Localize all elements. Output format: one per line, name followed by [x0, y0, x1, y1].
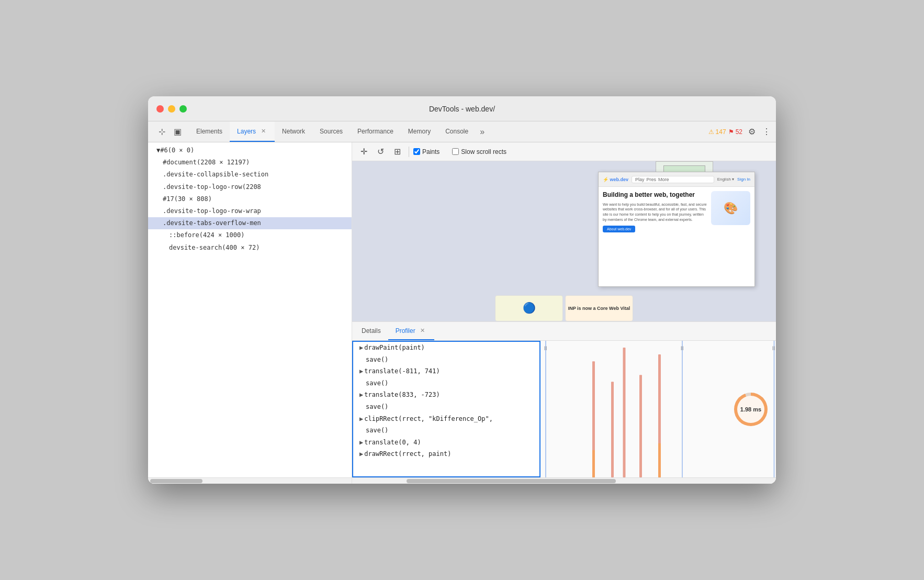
tab-profiler[interactable]: Profiler ✕: [388, 322, 434, 340]
list-item[interactable]: .devsite-tabs-overflow-men: [148, 217, 352, 229]
svg-text:⏸: ⏸: [771, 345, 776, 351]
preview-signin: Sign In: [737, 177, 750, 182]
svg-rect-7: [611, 382, 614, 477]
layer-label: .devsite-tabs-overflow-men: [163, 219, 261, 227]
preview-heading: Building a better web, together: [603, 191, 708, 199]
main-tabbar: ⊹ ▣ Elements Layers ✕ Network Sources Pe…: [148, 121, 776, 142]
device-icon[interactable]: ▣: [170, 125, 185, 139]
tab-right-actions: ⚠ 147 ⚑ 52 ⚙ ⋮: [708, 121, 776, 142]
list-item[interactable]: ▼#6(0 × 0): [148, 144, 352, 157]
list-item[interactable]: .devsite-top-logo-row(2208: [148, 181, 352, 193]
move-tool-button[interactable]: ✛: [356, 144, 371, 159]
tab-details[interactable]: Details: [354, 322, 388, 340]
tab-network[interactable]: Network: [275, 121, 312, 142]
list-item[interactable]: .devsite-collapsible-section: [148, 169, 352, 181]
list-item[interactable]: .devsite-top-logo-row-wrap: [148, 205, 352, 217]
bottom-panel: Details Profiler ✕ ▶drawPaint(paint): [352, 321, 776, 484]
layer-label: devsite-search(400 × 72): [169, 244, 260, 251]
paints-checkbox[interactable]: [413, 148, 420, 155]
layer-label: #document(2208 × 12197): [163, 159, 250, 166]
code-tree[interactable]: ▶drawPaint(paint) save() ▶translate(-811…: [352, 341, 540, 477]
maximize-button[interactable]: [179, 105, 187, 113]
website-preview: ⚡ web.dev Play Pres More English ▾ Sign …: [352, 161, 776, 321]
code-line[interactable]: save(): [353, 425, 539, 437]
preview-card-2: INP is now a Core Web Vital: [565, 295, 633, 321]
code-line[interactable]: save(): [353, 401, 539, 413]
tab-sources[interactable]: Sources: [312, 121, 350, 142]
minimize-button[interactable]: [168, 105, 175, 113]
tab-layers-close[interactable]: ✕: [259, 127, 267, 136]
code-line[interactable]: ▶clipRRect(rrect, "kDifference_Op",: [353, 413, 539, 425]
bottom-tabbar: Details Profiler ✕: [352, 322, 776, 341]
list-item[interactable]: #17(30 × 808): [148, 193, 352, 205]
error-icon: ⚑: [728, 128, 734, 136]
scrollbar-thumb[interactable]: [150, 479, 202, 483]
slow-scroll-checkbox-label[interactable]: Slow scroll rects: [452, 148, 506, 155]
code-text: save(): [366, 356, 388, 363]
tab-layers[interactable]: Layers ✕: [230, 121, 275, 142]
list-item[interactable]: #document(2208 × 12197): [148, 157, 352, 169]
error-count: 52: [736, 128, 742, 136]
tab-memory[interactable]: Memory: [401, 121, 438, 142]
preview-url-bar: Play Pres More: [632, 176, 714, 183]
tab-profiler-close[interactable]: ✕: [419, 327, 427, 335]
layer-label: .devsite-top-logo-row(2208: [163, 183, 261, 191]
profiler-chart-area: ⏸ ⏸ ⏸: [540, 341, 776, 477]
tab-icons: ⊹ ▣: [150, 121, 189, 142]
code-text: translate(833, -723): [364, 391, 440, 398]
cursor-icon[interactable]: ⊹: [154, 125, 169, 139]
list-item[interactable]: ::before(424 × 1000): [148, 229, 352, 241]
layers-scrollbar[interactable]: [148, 477, 352, 484]
layer-label: .devsite-top-logo-row-wrap: [163, 207, 261, 215]
settings-button[interactable]: ⚙: [745, 125, 759, 139]
code-text: drawPaint(paint): [364, 344, 425, 351]
code-line[interactable]: ▶translate(833, -723): [353, 389, 539, 401]
reset-tool-button[interactable]: ⊞: [390, 144, 404, 159]
preview-domain: ⚡ web.dev: [603, 177, 628, 182]
layer-label: ▼#6(0 × 0): [156, 147, 194, 154]
close-button[interactable]: [156, 105, 164, 113]
window-title: DevTools - web.dev/: [429, 105, 495, 113]
code-line[interactable]: ▶drawPaint(paint): [353, 342, 539, 354]
code-line[interactable]: save(): [353, 354, 539, 366]
scrollbar-thumb[interactable]: [407, 479, 616, 483]
profiler-chart: ⏸ ⏸ ⏸: [540, 341, 776, 477]
rotate-tool-button[interactable]: ↺: [373, 144, 388, 159]
preview-frame: ⚡ web.dev Play Pres More English ▾ Sign …: [598, 172, 755, 287]
list-item[interactable]: devsite-search(400 × 72): [148, 242, 352, 254]
preview-card-1: 🔵: [495, 295, 563, 321]
main-content: ▼#6(0 × 0) #document(2208 × 12197) .devs…: [148, 142, 776, 484]
code-text: save(): [366, 427, 388, 434]
svg-rect-1: [682, 341, 683, 477]
svg-rect-0: [545, 341, 546, 477]
slow-scroll-checkbox[interactable]: [452, 148, 459, 155]
layers-viewer: ✛ ↺ ⊞ Paints Slow scroll rects: [352, 142, 776, 321]
more-options-button[interactable]: ⋮: [761, 125, 772, 139]
warning-badge: ⚠ 147: [708, 128, 726, 136]
profiler-scrollbar[interactable]: [352, 477, 776, 484]
code-line[interactable]: save(): [353, 377, 539, 389]
tab-elements[interactable]: Elements: [189, 121, 230, 142]
titlebar: DevTools - web.dev/: [148, 96, 776, 121]
svg-rect-11: [592, 450, 595, 477]
code-text: save(): [366, 380, 388, 387]
tab-console[interactable]: Console: [438, 121, 476, 142]
code-line[interactable]: ▶translate(-811, 741): [353, 365, 539, 377]
toolbar-separator: [409, 147, 409, 157]
timer-circle: 1.98 ms: [734, 393, 768, 426]
code-line[interactable]: ▶translate(0, 4): [353, 437, 539, 449]
layer-label: ::before(424 × 1000): [169, 231, 245, 239]
more-tabs-button[interactable]: »: [476, 121, 489, 142]
preview-frame-header: ⚡ web.dev Play Pres More English ▾ Sign …: [599, 172, 754, 187]
paints-checkbox-label[interactable]: Paints: [413, 148, 440, 155]
preview-body: Building a better web, together We want …: [599, 187, 754, 237]
layers-list[interactable]: ▼#6(0 × 0) #document(2208 × 12197) .devs…: [148, 142, 352, 477]
preview-cta-button: About web.dev: [603, 226, 635, 232]
warning-count: 147: [716, 128, 726, 136]
tab-performance[interactable]: Performance: [350, 121, 401, 142]
code-line[interactable]: ▶drawRRect(rrect, paint): [353, 448, 539, 460]
devtools-window: DevTools - web.dev/ ⊹ ▣ Elements Layers …: [148, 96, 776, 484]
profiler-content: ▶drawPaint(paint) save() ▶translate(-811…: [352, 341, 776, 477]
code-text: drawRRect(rrect, paint): [364, 450, 451, 458]
svg-rect-12: [658, 443, 661, 477]
